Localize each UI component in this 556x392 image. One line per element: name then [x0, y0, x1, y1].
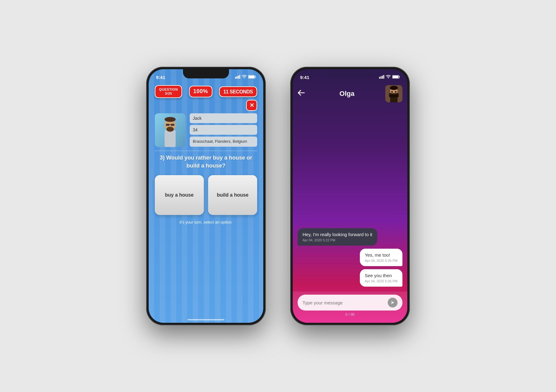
- svg-rect-27: [389, 93, 399, 97]
- svg-rect-1: [237, 76, 238, 79]
- timer-badge: 11 SECONDS: [219, 86, 257, 97]
- svg-point-28: [391, 91, 393, 93]
- notch-2: [327, 69, 373, 78]
- notch: [183, 69, 229, 78]
- message-text-1: Hey, I'm really looking forward to it: [303, 232, 372, 237]
- svg-point-20: [388, 77, 389, 78]
- svg-point-14: [165, 117, 176, 122]
- signal-icon: [235, 75, 240, 80]
- svg-rect-10: [165, 130, 176, 147]
- svg-rect-2: [238, 76, 239, 79]
- profile-fields: Jack 34 Brasschaat, Flanders, Belgium: [190, 113, 257, 147]
- profile-photo: [155, 113, 185, 147]
- status-icons-2: [379, 75, 400, 80]
- wifi-icon: [242, 75, 247, 80]
- battery-icon: [248, 75, 256, 80]
- question-text: 3) Would you rather buy a house or build…: [155, 154, 257, 169]
- message-time-3: Apr 04, 2020 5:26 PM: [365, 279, 398, 283]
- svg-rect-16: [379, 77, 380, 79]
- message-text-2: Yes, me too!: [365, 252, 398, 258]
- profile-section: Jack 34 Brasschaat, Flanders, Belgium: [155, 113, 257, 147]
- svg-rect-18: [382, 76, 383, 79]
- chat-input-row[interactable]: [298, 295, 402, 311]
- status-time-1: 9:41: [156, 75, 165, 80]
- option-2-button[interactable]: build a house: [208, 175, 257, 215]
- signal-icon-2: [379, 75, 384, 80]
- svg-point-4: [244, 77, 245, 78]
- profile-name: Jack: [190, 113, 257, 123]
- back-button[interactable]: [298, 90, 305, 98]
- chat-header: Olga: [293, 83, 407, 106]
- phone-1: 9:41 QUESTION: [146, 67, 266, 325]
- wifi-icon-2: [386, 75, 391, 80]
- home-indicator-1: [188, 319, 224, 320]
- svg-point-29: [395, 91, 397, 93]
- chat-messages-area: Hey, I'm really looking forward to it Ap…: [293, 106, 407, 292]
- profile-age: 34: [190, 125, 257, 135]
- message-time-2: Apr 04, 2020 5:26 PM: [365, 259, 398, 262]
- battery-icon-2: [392, 75, 400, 80]
- svg-rect-23: [399, 76, 400, 77]
- svg-rect-7: [255, 76, 256, 77]
- message-sent-1: Yes, me too! Apr 04, 2020 5:26 PM: [360, 249, 402, 266]
- turn-text: It's your turn, select an option.: [155, 220, 257, 224]
- svg-point-15: [166, 127, 174, 132]
- contact-avatar[interactable]: [385, 85, 402, 102]
- svg-rect-19: [383, 75, 384, 79]
- option-1-button[interactable]: buy a house: [155, 175, 204, 215]
- profile-location: Brasschaat, Flanders, Belgium: [190, 137, 257, 147]
- phone-2: 9:41 Olga: [290, 67, 410, 325]
- message-received-1: Hey, I'm really looking forward to it Ap…: [298, 228, 377, 246]
- message-text-3: See you then: [365, 273, 398, 278]
- svg-rect-11: [166, 124, 169, 126]
- chat-input-area: 0 / 90: [293, 292, 407, 323]
- message-sent-2: See you then Apr 04, 2020 5:26 PM: [360, 269, 402, 287]
- char-count: 0 / 90: [298, 312, 402, 317]
- svg-rect-6: [249, 76, 254, 78]
- svg-rect-0: [235, 77, 236, 79]
- quiz-header: QUESTION 3/25 100% 11 SECONDS: [155, 83, 257, 100]
- svg-rect-3: [239, 75, 240, 79]
- percent-badge: 100%: [189, 86, 212, 97]
- close-button[interactable]: ✕: [246, 100, 257, 111]
- send-button[interactable]: [388, 298, 398, 307]
- message-input[interactable]: [303, 300, 385, 305]
- divider: [155, 151, 257, 151]
- svg-rect-22: [393, 76, 398, 78]
- svg-rect-12: [171, 124, 174, 126]
- svg-rect-17: [381, 76, 382, 79]
- status-time-2: 9:41: [300, 75, 309, 80]
- message-time-1: Apr 04, 2020 5:22 PM: [303, 238, 372, 242]
- chat-contact-name: Olga: [309, 90, 385, 98]
- status-icons-1: [235, 75, 256, 80]
- question-badge: QUESTION 3/25: [155, 85, 182, 98]
- svg-point-30: [390, 86, 398, 90]
- answer-options: buy a house build a house: [155, 175, 257, 215]
